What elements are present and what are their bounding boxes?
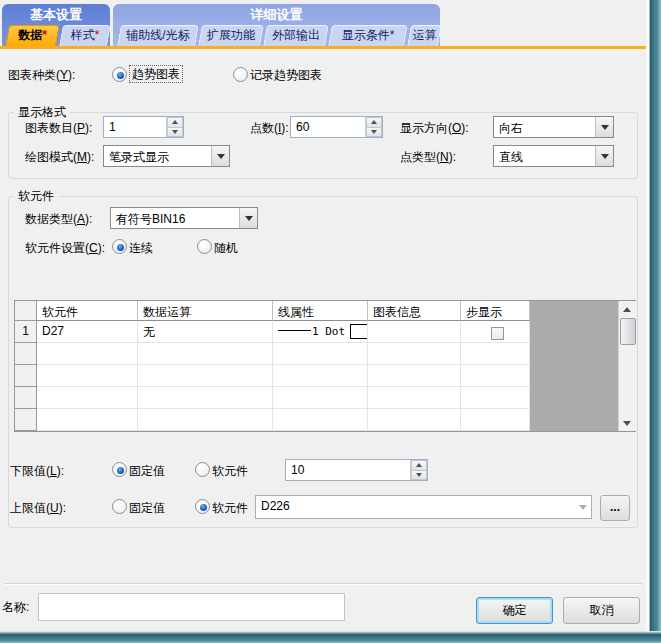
spin-down-button[interactable] <box>167 128 183 138</box>
line-color-swatch[interactable] <box>350 324 368 339</box>
row-number-cell: 1 <box>15 321 37 343</box>
tab-style[interactable]: 样式* <box>59 25 111 46</box>
data-operation-cell[interactable]: 无 <box>138 321 273 343</box>
name-label: 名称: <box>2 600 29 614</box>
draw-mode-label: 绘图模式(M): <box>25 150 94 164</box>
random-radio-label[interactable]: 随机 <box>214 241 238 255</box>
chart-count-label: 图表数目(P): <box>25 121 92 135</box>
tab-external-output[interactable]: 外部输出 <box>263 25 329 46</box>
table-empty-row <box>15 343 530 365</box>
table-row: 1 D27 无 1 Dot <box>15 321 530 343</box>
chevron-down-icon[interactable] <box>595 146 613 166</box>
chevron-down-icon[interactable] <box>211 146 229 166</box>
scrollbar-down-button[interactable] <box>619 415 635 431</box>
record-trend-graph-radio-label[interactable]: 记录趋势图表 <box>250 68 322 82</box>
tab-auxiliary-line-cursor[interactable]: 辅助线/光标 <box>117 25 199 46</box>
chart-count-input[interactable]: 1 <box>103 116 184 138</box>
corner-header-cell <box>15 301 37 321</box>
line-attribute-cell[interactable]: 1 Dot <box>273 321 368 343</box>
col-header-step-display: 步显示 <box>461 301 530 321</box>
tab-extended-function[interactable]: 扩展功能 <box>198 25 264 46</box>
upper-limit-label: 上限值(U): <box>10 501 66 515</box>
trend-graph-radio-label[interactable]: 趋势图表 <box>129 65 183 83</box>
col-header-device: 软元件 <box>37 301 138 321</box>
chevron-down-icon[interactable] <box>574 496 591 518</box>
upper-limit-device-combo[interactable]: D226 <box>255 495 592 519</box>
point-type-select[interactable]: 直线 <box>493 145 614 167</box>
points-input[interactable]: 60 <box>290 116 383 138</box>
scrollbar-thumb[interactable] <box>620 318 636 345</box>
table-header-row: 软元件 数据运算 线属性 图表信息 步显示 <box>15 301 530 321</box>
cancel-button[interactable]: 取消 <box>563 597 640 624</box>
continuous-radio[interactable] <box>112 239 127 254</box>
random-radio[interactable] <box>197 239 212 254</box>
chevron-down-icon[interactable] <box>239 208 257 228</box>
draw-mode-select[interactable]: 笔录式显示 <box>103 145 230 167</box>
device-browse-button[interactable]: ... <box>600 495 630 521</box>
chart-count-spinner <box>166 117 183 137</box>
lower-limit-label: 下限值(L): <box>10 464 64 478</box>
lower-limit-input[interactable]: 10 <box>285 459 428 481</box>
lower-fixed-value-radio-label[interactable]: 固定值 <box>129 464 165 478</box>
table-filler-area <box>530 301 618 431</box>
tab-operation[interactable]: 运算 <box>407 25 442 46</box>
direction-select[interactable]: 向右 <box>493 116 614 138</box>
display-format-group-title: 显示格式 <box>14 105 70 119</box>
spin-down-button[interactable] <box>366 128 382 138</box>
name-input[interactable] <box>38 593 345 621</box>
direction-label: 显示方向(O): <box>400 121 469 135</box>
chevron-down-icon[interactable] <box>595 117 613 137</box>
trend-graph-radio[interactable] <box>112 67 127 82</box>
spin-down-button[interactable] <box>411 471 427 481</box>
lower-fixed-value-radio[interactable] <box>112 462 127 477</box>
col-header-data-operation: 数据运算 <box>138 301 273 321</box>
scrollbar-up-button[interactable] <box>619 301 635 317</box>
spin-up-button[interactable] <box>411 460 427 471</box>
device-group-title: 软元件 <box>14 189 58 203</box>
device-setting-label: 软元件设置(C): <box>25 241 105 255</box>
ok-button[interactable]: 确定 <box>476 597 553 624</box>
step-display-checkbox[interactable] <box>491 327 504 340</box>
detail-settings-title: 详细设置 <box>113 4 440 26</box>
device-cell[interactable]: D27 <box>37 321 138 343</box>
line-style-preview <box>278 330 311 331</box>
spin-up-button[interactable] <box>167 117 183 128</box>
data-type-label: 数据类型(A): <box>25 212 92 226</box>
tab-data[interactable]: 数据* <box>5 25 60 46</box>
data-type-select[interactable]: 有符号BIN16 <box>110 207 258 229</box>
upper-device-radio-label[interactable]: 软元件 <box>212 501 248 515</box>
device-table: 软元件 数据运算 线属性 图表信息 步显示 1 D27 无 1 Dot <box>14 300 636 432</box>
tab-display-condition[interactable]: 显示条件* <box>328 25 408 46</box>
device-table-grid: 软元件 数据运算 线属性 图表信息 步显示 1 D27 无 1 Dot <box>15 301 530 431</box>
table-scrollbar[interactable] <box>618 301 636 431</box>
lower-limit-spinner <box>410 460 427 480</box>
points-spinner <box>365 117 382 137</box>
col-header-graph-info: 图表信息 <box>368 301 461 321</box>
lower-device-radio-label[interactable]: 软元件 <box>212 464 248 478</box>
step-display-cell[interactable] <box>461 321 530 343</box>
window-frame-bottom <box>0 631 661 643</box>
col-header-line-attribute: 线属性 <box>273 301 368 321</box>
graph-info-cell[interactable] <box>368 321 461 343</box>
basic-settings-title: 基本设置 <box>2 4 110 26</box>
record-trend-graph-radio[interactable] <box>233 67 248 82</box>
spin-up-button[interactable] <box>366 117 382 128</box>
table-empty-row <box>15 387 530 409</box>
footer-separator <box>4 583 642 585</box>
point-type-label: 点类型(N): <box>400 150 456 164</box>
table-empty-row <box>15 365 530 387</box>
upper-fixed-value-radio-label[interactable]: 固定值 <box>129 501 165 515</box>
chart-kind-label: 图表种类(Y): <box>8 68 75 82</box>
continuous-radio-label[interactable]: 连续 <box>129 241 153 255</box>
table-empty-row <box>15 409 530 431</box>
upper-device-radio[interactable] <box>195 499 210 514</box>
upper-fixed-value-radio[interactable] <box>112 499 127 514</box>
trend-graph-settings-dialog: 基本设置 详细设置 数据* 样式* 辅助线/光标 扩展功能 外部输出 显示条件*… <box>0 0 661 643</box>
lower-device-radio[interactable] <box>195 462 210 477</box>
points-label: 点数(I): <box>250 121 289 135</box>
tab-accent-line <box>0 46 646 49</box>
window-frame-right <box>646 0 661 643</box>
